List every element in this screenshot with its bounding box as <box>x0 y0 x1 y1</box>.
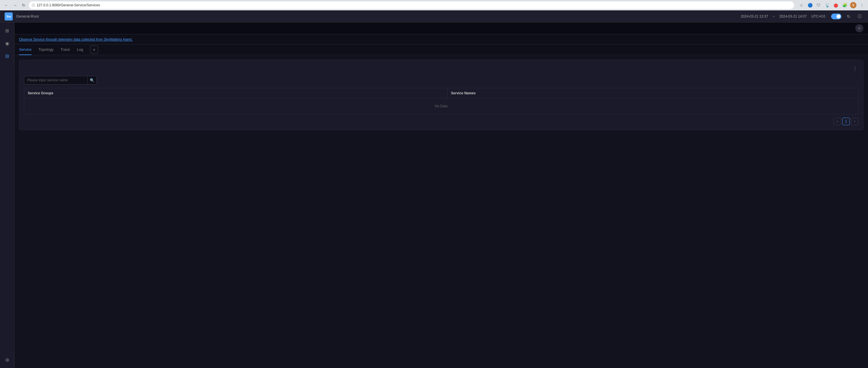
tabs-bar: Service Topology Trace Log ≡ <box>14 44 868 55</box>
datetime-start: 2024-03-21 13:37 <box>741 14 768 19</box>
forward-button[interactable]: → <box>11 2 19 9</box>
ext5-button[interactable]: 🧩 <box>841 2 848 8</box>
tab-service[interactable]: Service <box>19 44 31 55</box>
main-body: ⊞ ◉ ⊟ ⚙ V Observe Service through teleme… <box>0 23 868 368</box>
search-button[interactable]: 🔍 <box>88 76 97 85</box>
next-page-button[interactable]: › <box>851 118 859 125</box>
card-menu-button[interactable]: ⋮ <box>851 65 859 72</box>
search-input[interactable] <box>24 76 88 85</box>
tab-document-icon[interactable]: ≡ <box>90 45 98 54</box>
tab-topology[interactable]: Topology <box>38 44 54 55</box>
table-header-row: Service Groups Service Names <box>24 88 859 98</box>
ext4-button[interactable]: ⬤ <box>833 2 839 8</box>
reload-button[interactable]: ↻ <box>20 2 27 9</box>
sidebar-item-settings[interactable]: ⚙ <box>1 354 13 366</box>
bookmark-button[interactable]: ☆ <box>798 2 804 8</box>
breadcrumb: General-Root <box>16 14 39 19</box>
sidebar-item-observe[interactable]: ◉ <box>1 37 13 49</box>
page-content: ⋮ 🔍 <box>14 55 868 368</box>
no-data-cell: No Data <box>24 98 859 114</box>
sidebar-item-grid[interactable]: ⊞ <box>1 25 13 36</box>
profile-avatar[interactable]: V <box>850 2 857 8</box>
top-band-user-avatar[interactable]: V <box>855 24 863 32</box>
refresh-button[interactable]: ↻ <box>845 13 852 20</box>
ext2-button[interactable]: 🛡 <box>815 2 822 8</box>
search-icon: 🔍 <box>90 78 94 82</box>
app-logo: Sw <box>5 12 13 21</box>
pagination: ‹ 1 › <box>24 118 859 125</box>
ext1-button[interactable]: 🔵 <box>807 2 813 8</box>
top-band: V <box>14 23 868 34</box>
datetime-end: 2024-03-21 14:07 <box>779 14 807 19</box>
tab-log[interactable]: Log <box>77 44 83 55</box>
page-1-button[interactable]: 1 <box>842 118 850 125</box>
info-button[interactable]: ⓘ <box>856 13 863 20</box>
browser-bar: ← → ↻ ⓘ 127.0.0.1:8080/General-Service/S… <box>0 0 868 10</box>
menu-button[interactable]: ⋮ <box>859 2 865 8</box>
url-bar[interactable]: ⓘ 127.0.0.1:8080/General-Service/Service… <box>29 1 794 9</box>
url-text: 127.0.0.1:8080/General-Service/Services <box>37 3 100 7</box>
app-container: Sw General-Root 2024-03-21 13:37 ~ 2024-… <box>0 10 868 368</box>
url-lock-icon: ⓘ <box>32 3 35 7</box>
col-service-groups: Service Groups <box>24 88 447 98</box>
sidebar-item-dashboard[interactable]: ⊟ <box>1 50 13 62</box>
observe-link[interactable]: Observe Service through telemetry data c… <box>19 37 132 41</box>
theme-toggle[interactable] <box>831 13 841 19</box>
prev-page-button[interactable]: ‹ <box>834 118 841 125</box>
ext3-button[interactable]: 📡 <box>824 2 831 8</box>
app-header: Sw General-Root 2024-03-21 13:37 ~ 2024-… <box>0 10 868 23</box>
browser-actions: ☆ 🔵 🛡 📡 ⬤ 🧩 V ⋮ <box>798 2 865 8</box>
content-area: V Observe Service through telemetry data… <box>14 23 868 368</box>
back-button[interactable]: ← <box>3 2 10 9</box>
service-card: ⋮ 🔍 <box>19 60 863 130</box>
sidebar: ⊞ ◉ ⊟ ⚙ <box>0 23 14 368</box>
tab-trace[interactable]: Trace <box>60 44 70 55</box>
no-data-row: No Data <box>24 98 859 114</box>
card-header: ⋮ <box>24 65 859 72</box>
observe-bar: Observe Service through telemetry data c… <box>14 34 868 44</box>
datetime-sep: ~ <box>773 14 775 19</box>
col-service-names: Service Names <box>447 88 858 98</box>
service-table: Service Groups Service Names No Data <box>24 88 859 114</box>
timezone: UTC+0:0 <box>811 14 825 19</box>
search-row: 🔍 <box>24 76 859 85</box>
